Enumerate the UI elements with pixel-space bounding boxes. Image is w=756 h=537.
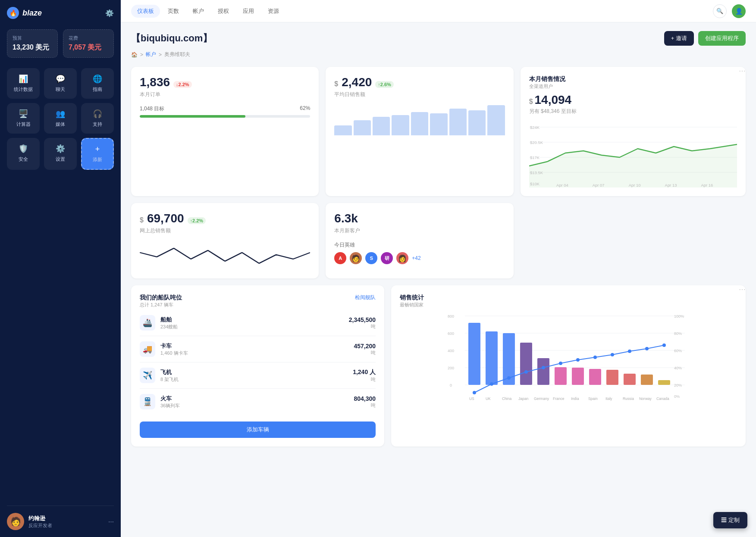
nav-tabs: 仪表板 页数 帐户 授权 应用 资源 bbox=[131, 5, 285, 18]
monthly-sales-chart: $24K $20.5K $17K $13.5K $10K Apr 04 Apr … bbox=[529, 119, 737, 187]
sidebar-item-add[interactable]: + 添新 bbox=[81, 138, 114, 170]
search-button[interactable]: 🔍 bbox=[713, 4, 727, 18]
tab-dashboard[interactable]: 仪表板 bbox=[131, 5, 160, 18]
svg-text:400: 400 bbox=[448, 349, 454, 353]
sidebar-item-analytics[interactable]: 📊 统计数据 bbox=[7, 68, 40, 99]
daily-sales-header: $ 2,420 ↑2.6% 平均日销售额 bbox=[334, 75, 505, 98]
tab-pages[interactable]: 页数 bbox=[162, 5, 185, 18]
stats-row-2: $ 69,700 ↑2.2% 网上总销售额 6.3k 本月新客户 bbox=[131, 203, 746, 278]
tab-accounts[interactable]: 帐户 bbox=[187, 5, 210, 18]
hero-avatar-4: 研 bbox=[381, 252, 393, 264]
orders-progress: 1,048 目标 62% bbox=[140, 105, 310, 118]
progress-pct: 62% bbox=[300, 105, 310, 112]
svg-point-42 bbox=[473, 391, 476, 394]
page-title: 【biqubiqu.com】 bbox=[131, 32, 212, 45]
truck-amount: 457,200 bbox=[354, 343, 376, 350]
svg-rect-39 bbox=[624, 374, 636, 385]
svg-text:800: 800 bbox=[448, 314, 454, 318]
add-vehicle-button[interactable]: 添加车辆 bbox=[140, 421, 376, 438]
calculator-label: 计算器 bbox=[16, 121, 31, 128]
mini-bar bbox=[373, 117, 390, 135]
truck-unit: 吨 bbox=[354, 350, 376, 356]
svg-text:0: 0 bbox=[450, 383, 452, 387]
train-unit: 吨 bbox=[354, 402, 376, 409]
sidebar-header: 🔥 blaze ⚙️ bbox=[7, 7, 114, 19]
total-sales-badge: ↑2.2% bbox=[188, 217, 206, 224]
breadcrumb-accounts[interactable]: 帐户 bbox=[146, 51, 156, 58]
sidebar-item-chat[interactable]: 💬 聊天 bbox=[44, 68, 77, 99]
more-options-icon[interactable]: ⋯ bbox=[739, 67, 746, 75]
sidebar-item-guide[interactable]: 🌐 指南 bbox=[81, 68, 114, 99]
svg-point-48 bbox=[576, 358, 580, 362]
monthly-sales-card: ⋯ 本月销售情况 全渠道用户 $ 14,094 另有 $48,346 至目标 bbox=[521, 67, 746, 196]
svg-point-46 bbox=[542, 366, 545, 369]
sales-target: 另有 $48,346 至目标 bbox=[529, 108, 737, 115]
svg-point-51 bbox=[628, 350, 631, 353]
sales-more-icon[interactable]: ⋯ bbox=[739, 285, 746, 293]
create-app-button[interactable]: 创建应用程序 bbox=[698, 31, 746, 46]
svg-text:Apr 04: Apr 04 bbox=[556, 183, 568, 187]
svg-text:$20.5K: $20.5K bbox=[530, 140, 543, 145]
customize-button[interactable]: ☰ 定制 bbox=[713, 512, 747, 528]
hero-avatar-2: 🧑 bbox=[350, 252, 362, 264]
user-more-icon[interactable]: ⋯ bbox=[108, 518, 114, 525]
ship-count: 234艘船 bbox=[160, 324, 349, 330]
fleet-card: 我们的船队吨位 总计 1,247 辆车 检阅舰队 🚢 船舶 234艘船 2,34… bbox=[131, 285, 384, 446]
mini-bar bbox=[334, 125, 351, 135]
svg-text:France: France bbox=[553, 397, 565, 401]
daily-sales-chart bbox=[334, 105, 505, 135]
svg-text:$17K: $17K bbox=[530, 156, 540, 160]
svg-rect-33 bbox=[520, 343, 532, 385]
ship-unit: 吨 bbox=[349, 323, 376, 330]
svg-text:US: US bbox=[469, 397, 474, 401]
tab-resources[interactable]: 资源 bbox=[262, 5, 285, 18]
sidebar: 🔥 blaze ⚙️ 预算 13,230 美元 花费 7,057 美元 📊 统计… bbox=[0, 0, 121, 537]
tab-apps[interactable]: 应用 bbox=[237, 5, 260, 18]
new-customers-value: 6.3k bbox=[334, 212, 505, 225]
ship-amount: 2,345,500 bbox=[349, 316, 376, 323]
budget-amount: 13,230 美元 bbox=[13, 43, 52, 52]
tab-auth[interactable]: 授权 bbox=[212, 5, 235, 18]
sidebar-item-calculator[interactable]: 🖥️ 计算器 bbox=[7, 103, 40, 134]
orders-label: 本月订单 bbox=[140, 91, 192, 98]
monthly-sales-amount: $ 14,094 bbox=[529, 93, 737, 107]
daily-sales-card: $ 2,420 ↑2.6% 平均日销售额 bbox=[326, 67, 513, 196]
fleet-items: 🚢 船舶 234艘船 2,345,500 吨 🚚 卡车 bbox=[140, 310, 376, 415]
logo: 🔥 blaze bbox=[7, 7, 42, 19]
fleet-header: 我们的船队吨位 总计 1,247 辆车 检阅舰队 bbox=[140, 294, 376, 308]
mini-bar bbox=[449, 109, 467, 135]
mini-bar bbox=[430, 113, 447, 135]
svg-text:$10K: $10K bbox=[530, 182, 540, 186]
add-icon: + bbox=[95, 145, 100, 154]
plane-count: 8 架飞机 bbox=[160, 376, 353, 383]
budget-card: 预算 13,230 美元 bbox=[7, 29, 58, 58]
sidebar-item-settings[interactable]: ⚙️ 设置 bbox=[44, 138, 77, 170]
ship-icon: 🚢 bbox=[140, 315, 155, 331]
svg-point-43 bbox=[490, 382, 493, 386]
svg-text:80%: 80% bbox=[674, 331, 682, 336]
user-details: 约翰逊 反应开发者 bbox=[28, 515, 52, 529]
support-label: 支持 bbox=[93, 121, 102, 128]
svg-text:Apr 07: Apr 07 bbox=[592, 183, 604, 187]
mini-bar bbox=[411, 112, 428, 135]
svg-text:Spain: Spain bbox=[588, 397, 598, 401]
invite-button[interactable]: + 邀请 bbox=[664, 31, 694, 46]
svg-point-49 bbox=[593, 356, 597, 359]
media-icon: 👥 bbox=[56, 109, 65, 119]
budget-section: 预算 13,230 美元 花费 7,057 美元 bbox=[7, 29, 114, 58]
orders-card: 1,836 ↓2.2% 本月订单 1,048 目标 62% bbox=[131, 67, 319, 196]
train-name: 火车 bbox=[160, 395, 354, 403]
truck-count: 1,460 辆卡车 bbox=[160, 350, 354, 356]
sidebar-item-media[interactable]: 👥 媒体 bbox=[44, 103, 77, 134]
fleet-link[interactable]: 检阅舰队 bbox=[355, 294, 376, 301]
nav-grid: 📊 统计数据 💬 聊天 🌐 指南 🖥️ 计算器 👥 媒体 🎧 支持 🛡️ 安全 bbox=[7, 68, 114, 170]
avatar: 🧑 bbox=[7, 513, 24, 530]
sidebar-item-support[interactable]: 🎧 支持 bbox=[81, 103, 114, 134]
plane-icon: ✈️ bbox=[140, 368, 155, 383]
hero-label: 今日英雄 bbox=[334, 241, 505, 249]
sidebar-settings-icon[interactable]: ⚙️ bbox=[105, 9, 114, 17]
top-nav-actions: 🔍 👤 bbox=[713, 4, 746, 18]
sidebar-item-security[interactable]: 🛡️ 安全 bbox=[7, 138, 40, 170]
daily-sales-value: $ 2,420 ↑2.6% bbox=[334, 75, 394, 89]
analytics-icon: 📊 bbox=[19, 74, 28, 84]
